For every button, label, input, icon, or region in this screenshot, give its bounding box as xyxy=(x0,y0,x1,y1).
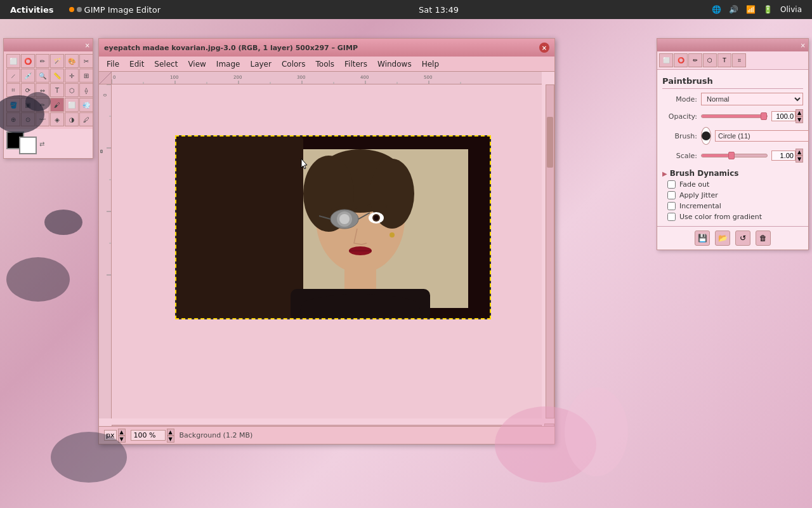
opacity-slider-fill xyxy=(702,115,766,117)
svg-point-51 xyxy=(44,210,82,235)
tool-heal[interactable]: ⊕ xyxy=(6,112,20,126)
svg-text:500: 500 xyxy=(424,75,432,80)
menu-windows[interactable]: Windows xyxy=(372,58,417,70)
tool-perspective[interactable]: ⟠ xyxy=(79,83,93,97)
tool-transform[interactable]: ⟳ xyxy=(21,83,35,97)
unit-down[interactable]: ▼ xyxy=(118,436,126,443)
scrollbar-vertical[interactable] xyxy=(546,84,554,418)
menu-tools[interactable]: Tools xyxy=(311,58,340,70)
scale-slider[interactable] xyxy=(701,154,768,157)
ruler-horizontal: 0 100 200 300 400 500 xyxy=(112,72,542,84)
tool-crop[interactable]: ⌗ xyxy=(6,83,20,97)
brush-preview[interactable] xyxy=(701,127,711,145)
to-icon-2[interactable]: ⭕ xyxy=(674,53,688,67)
scrollbar-v-thumb[interactable] xyxy=(547,117,553,168)
svg-text:400: 400 xyxy=(360,75,369,80)
toolbox-close[interactable]: × xyxy=(85,42,90,49)
to-icon-1[interactable]: ⬜ xyxy=(659,53,673,67)
scale-up[interactable]: ▲ xyxy=(796,149,803,156)
tool-zoom[interactable]: 🔍 xyxy=(36,69,49,83)
color-area: ⇄ xyxy=(4,129,93,158)
panel-btn-close[interactable]: 🗑 xyxy=(756,231,771,246)
tool-pencil[interactable]: ✏ xyxy=(36,98,49,112)
menu-edit[interactable]: Edit xyxy=(124,58,149,70)
tool-smudge[interactable]: 〰 xyxy=(36,112,49,126)
opacity-slider[interactable] xyxy=(701,114,768,118)
svg-point-40 xyxy=(339,214,350,224)
tool-ink[interactable]: 🖊 xyxy=(79,112,93,126)
brush-dot xyxy=(702,131,710,140)
panel-btn-save[interactable]: 💾 xyxy=(695,231,710,246)
tool-scissors[interactable]: ✂ xyxy=(79,54,93,68)
opacity-up[interactable]: ▲ xyxy=(796,109,803,116)
gimp-image[interactable] xyxy=(175,135,491,319)
tool-ellipse-select[interactable]: ⭕ xyxy=(21,54,35,68)
color-swap-icon[interactable]: ⇄ xyxy=(39,140,44,147)
tool-measure[interactable]: 📏 xyxy=(50,69,64,83)
brush-name-input[interactable] xyxy=(715,130,809,142)
menu-image[interactable]: Image xyxy=(211,58,246,70)
menu-filters[interactable]: Filters xyxy=(339,58,372,70)
svg-point-52 xyxy=(6,257,70,302)
to-icon-6[interactable]: ⌗ xyxy=(732,53,746,67)
gimp-canvas-area[interactable] xyxy=(112,84,542,418)
scale-spinbox: ▲ ▼ xyxy=(771,149,803,163)
activities-button[interactable]: Activities xyxy=(0,5,64,15)
scale-down[interactable]: ▼ xyxy=(796,156,803,163)
svg-point-45 xyxy=(374,215,379,220)
panel-btn-revert[interactable]: ↺ xyxy=(735,231,750,246)
tool-clone[interactable]: ⊙ xyxy=(21,112,35,126)
zoom-down[interactable]: ▼ xyxy=(167,436,174,443)
to-icon-3[interactable]: ✏ xyxy=(688,53,702,67)
tool-dodge-burn[interactable]: ◑ xyxy=(65,112,79,126)
incremental-label: Incremental xyxy=(679,202,721,210)
opacity-slider-thumb[interactable] xyxy=(761,112,767,120)
tool-text[interactable]: T xyxy=(50,83,64,97)
color-gradient-checkbox[interactable] xyxy=(667,213,676,221)
gimp-close-button[interactable]: × xyxy=(539,43,549,53)
menu-help[interactable]: Help xyxy=(417,58,444,70)
apply-jitter-checkbox[interactable] xyxy=(667,191,676,199)
tool-move[interactable]: ✛ xyxy=(65,69,79,83)
tool-eraser[interactable]: ⬜ xyxy=(65,98,79,112)
tool-blend[interactable]: ▣ xyxy=(21,98,35,112)
menu-view[interactable]: View xyxy=(183,58,211,70)
to-icon-4[interactable]: ⬡ xyxy=(703,53,717,67)
menu-layer[interactable]: Layer xyxy=(245,58,276,70)
unit-up[interactable]: ▲ xyxy=(118,429,126,436)
tool-fuzzy-select[interactable]: 🪄 xyxy=(50,54,64,68)
tool-flip[interactable]: ⇔ xyxy=(36,83,49,97)
tool-paths[interactable]: ⟋ xyxy=(6,69,20,83)
zoom-up[interactable]: ▲ xyxy=(167,429,174,436)
menu-file[interactable]: File xyxy=(102,58,124,70)
tool-shear[interactable]: ⬡ xyxy=(65,83,79,97)
brush-dynamics-header[interactable]: ▶ Brush Dynamics xyxy=(662,166,803,180)
mode-dropdown[interactable]: Normal xyxy=(701,93,803,105)
menu-select[interactable]: Select xyxy=(149,58,183,70)
topbar-user[interactable]: Olivia xyxy=(780,5,802,14)
unit-selector[interactable]: px ▲ ▼ xyxy=(104,429,126,443)
tool-by-color-select[interactable]: 🎨 xyxy=(65,54,79,68)
zoom-selector[interactable]: 100 % ▲ ▼ xyxy=(131,429,174,443)
panel-bottom-buttons: 💾 📂 ↺ 🗑 xyxy=(657,226,808,250)
scale-slider-thumb[interactable] xyxy=(728,152,735,159)
fade-out-checkbox[interactable] xyxy=(667,180,676,189)
tool-bucket-fill[interactable]: 🪣 xyxy=(6,98,20,112)
incremental-checkbox[interactable] xyxy=(667,202,676,210)
menu-colors[interactable]: Colors xyxy=(277,58,311,70)
tool-airbrush[interactable]: 💨 xyxy=(79,98,93,112)
to-icon-5[interactable]: T xyxy=(717,53,731,67)
opacity-value[interactable] xyxy=(771,111,796,121)
bg-color-swatch[interactable] xyxy=(19,137,37,154)
opacity-down[interactable]: ▼ xyxy=(796,116,803,123)
gimp-menubar: File Edit Select View Image Layer Colors… xyxy=(99,57,554,72)
tool-align[interactable]: ⊞ xyxy=(79,69,93,83)
scale-value[interactable] xyxy=(771,150,796,161)
tool-color-picker[interactable]: 💉 xyxy=(21,69,35,83)
tool-paintbrush[interactable]: 🖌 xyxy=(50,98,64,112)
panel-btn-open[interactable]: 📂 xyxy=(715,231,730,246)
tool-convolve[interactable]: ◈ xyxy=(50,112,64,126)
right-panel-close[interactable]: × xyxy=(801,42,806,49)
tool-free-select[interactable]: ✏ xyxy=(36,54,49,68)
tool-rect-select[interactable]: ⬜ xyxy=(6,54,20,68)
